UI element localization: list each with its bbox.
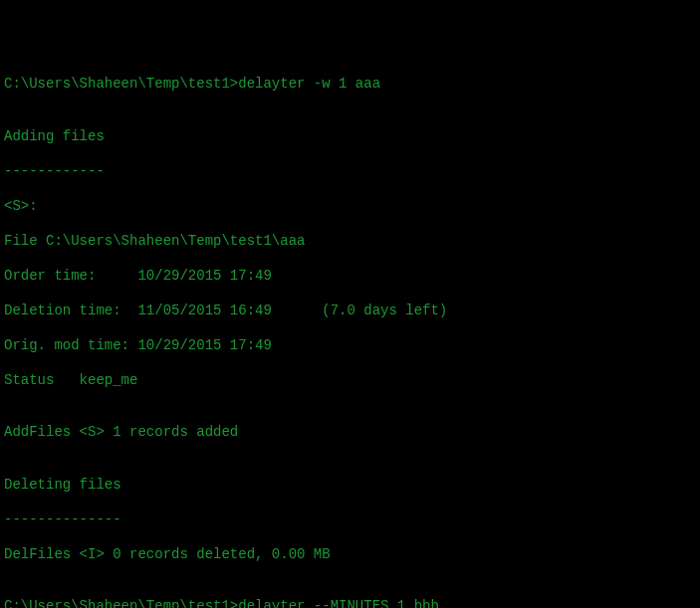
prompt-line[interactable]: C:\Users\Shaheen\Temp\test1>delayter --M… (4, 598, 696, 608)
orig-mod-time-line: Orig. mod time: 10/29/2015 17:49 (4, 337, 696, 355)
section-rule: ------------ (4, 163, 696, 181)
s-tag: <S>: (4, 198, 696, 216)
section-rule: -------------- (4, 511, 696, 529)
addfiles-result: AddFiles <S> 1 records added (4, 424, 696, 442)
order-time-line: Order time: 10/29/2015 17:49 (4, 268, 696, 286)
file-path-line: File C:\Users\Shaheen\Temp\test1\aaa (4, 233, 696, 251)
section-header: Adding files (4, 128, 696, 146)
delfiles-result: DelFiles <I> 0 records deleted, 0.00 MB (4, 546, 696, 564)
deletion-time-line: Deletion time: 11/05/2015 16:49 (7.0 day… (4, 303, 696, 320)
section-header: Deleting files (4, 477, 696, 495)
prompt-line[interactable]: C:\Users\Shaheen\Temp\test1>delayter -w … (4, 76, 696, 94)
status-line: Status keep_me (4, 372, 696, 390)
